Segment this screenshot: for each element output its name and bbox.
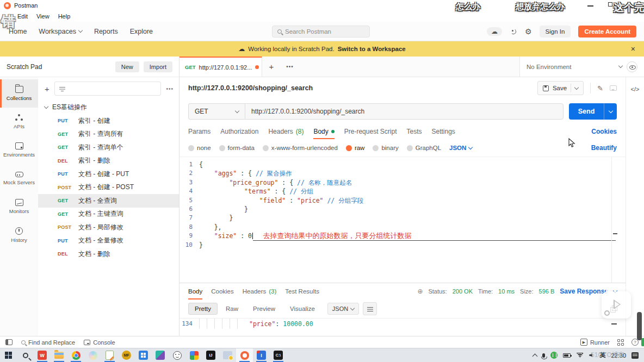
active-request-tab[interactable]: GET http://127.0.0.1:92... [179,57,262,77]
request-item[interactable]: GET索引 - 查询所有 [38,128,179,141]
response-tab-cookies[interactable]: Cookies [211,283,234,299]
console-button[interactable]: Console [84,339,115,346]
send-button[interactable]: Send [569,103,617,120]
antivirus-icon[interactable] [550,352,558,359]
search-input[interactable]: Search Postman [272,26,370,38]
notepad-icon[interactable] [101,348,118,362]
response-tab-body[interactable]: Body [188,283,202,299]
sidebar-item-history[interactable]: History [0,221,38,249]
taskbar-search-icon[interactable] [17,348,34,362]
request-item[interactable]: POST文档 - 局部修改 [38,221,179,234]
notification-center-icon[interactable] [631,352,639,359]
editor-line[interactable]: 1{ [179,160,626,169]
request-item[interactable]: GET文档 - 全查询 [38,194,179,208]
cloud-sync-icon[interactable]: ☁ [487,27,502,36]
bodytype-x-www-form-urlencoded[interactable]: x-www-form-urlencoded [263,145,338,151]
tab-authorization[interactable]: Authorization [220,124,258,139]
battery-icon[interactable] [563,353,571,358]
code-snippet-icon[interactable]: </> [631,86,640,336]
editor-line[interactable]: 4 "terms" : { // 分组 [179,187,626,196]
request-item[interactable]: DEL文档 - 删除 [38,247,179,261]
editor-line[interactable]: 8 }, [179,223,626,232]
import-button[interactable]: Import [144,61,172,72]
tab-params[interactable]: Params [188,124,210,139]
microphone-icon[interactable] [542,353,545,358]
environment-eye-icon[interactable] [627,61,637,72]
environment-selector[interactable]: No Environment [519,57,644,77]
url-input[interactable]: http://127.0.0.1:9200/shopping/_search [245,103,564,120]
view-tab-pretty[interactable]: Pretty [188,303,218,315]
nav-workspaces[interactable]: Workspaces [39,28,82,35]
word-blue-app-icon[interactable]: I [253,348,270,362]
editor-line[interactable]: 2 "aggs" : { // 聚合操作 [179,169,626,178]
page-scrollbar-thumb[interactable] [637,312,642,340]
sidebar-item-monitors[interactable]: Monitors [0,192,38,221]
start-icon[interactable] [0,348,17,362]
intellij-idea-icon[interactable]: IJ [202,348,219,362]
new-tab-button[interactable]: + [262,57,281,77]
sidebar-item-apis[interactable]: APIs [0,108,38,136]
request-body-editor[interactable]: 1{2 "aggs" : { // 聚合操作3 "price_group" : … [179,157,626,283]
request-item[interactable]: PUT文档 - 创建 - PUT [38,167,179,181]
sign-in-button[interactable]: Sign In [540,26,571,38]
photos-icon[interactable] [152,348,169,362]
response-tab-headers[interactable]: Headers(3) [243,283,277,299]
mf-app-icon[interactable]: MF [118,348,135,362]
bodytype-form-data[interactable]: form-data [219,145,255,151]
save-response-link[interactable]: Save Response [560,288,608,295]
new-button[interactable]: New [115,61,139,72]
fold-marker[interactable] [611,323,617,324]
wps-icon[interactable]: W [34,348,51,362]
tab-headers[interactable]: Headers(8) [268,124,304,139]
save-button[interactable]: Save [537,81,584,95]
create-account-button[interactable]: Create Account [578,26,636,38]
switch-workspace-link[interactable]: Switch to a Workspace [338,46,406,52]
request-item[interactable]: PUT索引 - 创建 [38,114,179,128]
editor-line[interactable]: 9 "size" : 0去掉查询结果中的原始数据，只要分组统计数据 [179,232,626,240]
smiley-app-icon[interactable] [169,348,185,362]
request-item[interactable]: DEL索引 - 删除 [38,154,179,168]
tab-tests[interactable]: Tests [406,124,422,139]
runner-button[interactable]: ▶Runner [580,339,610,346]
editor-scrollbar[interactable] [611,157,618,283]
restore-button[interactable] [608,2,612,7]
editor-line[interactable]: 7 } [179,214,626,222]
find-and-replace[interactable]: Find and Replace [21,339,75,346]
floating-player-widget[interactable] [602,291,631,319]
editor-line[interactable]: 6 } [179,205,626,214]
colorful-app-icon[interactable] [185,348,202,362]
menu-help[interactable]: Help [58,13,71,20]
cookies-link[interactable]: Cookies [591,128,617,135]
sidebar-item-mock-servers[interactable]: Mock Servers [0,164,38,192]
bodytype-raw[interactable]: raw [346,145,365,151]
sidebar-item-collections[interactable]: Collections [0,79,38,108]
nav-reports[interactable]: Reports [94,28,118,35]
view-tab-raw[interactable]: Raw [219,303,245,315]
grid-icon[interactable] [617,339,624,346]
send-options-dropdown[interactable] [604,103,617,120]
file-explorer-icon[interactable] [51,348,67,362]
sidebar-item-environments[interactable]: Environments [0,136,38,164]
badge-app-icon[interactable] [219,348,236,362]
banner-close-icon[interactable]: × [631,45,635,53]
chrome-icon[interactable] [67,348,84,362]
cmd-icon[interactable]: C:\ [270,348,287,362]
request-item[interactable]: PUT文档 - 全量修改 [38,234,179,248]
method-select[interactable]: GET [188,103,245,120]
request-item[interactable]: POST文档 - 创建 - POST [38,181,179,195]
beautify-link[interactable]: Beautify [591,144,617,152]
response-language-select[interactable]: JSON [327,303,359,315]
view-tab-preview[interactable]: Preview [246,303,282,315]
editor-line[interactable]: 3 "price_group" : { // 名称，随意起名 [179,178,626,187]
tab-options-icon[interactable]: ••• [281,57,299,77]
nav-explore[interactable]: Explore [130,28,153,35]
body-language-select[interactable]: JSON [449,145,472,151]
add-collection-icon[interactable]: + [45,85,49,93]
menu-view[interactable]: View [36,13,49,20]
wrap-lines-button[interactable] [363,302,377,315]
filter-input[interactable] [54,82,162,96]
tab-pre-request-script[interactable]: Pre-request Script [344,124,397,139]
comment-icon[interactable] [610,85,617,91]
editor-line[interactable]: 5 "field" : "price" // 分组字段 [179,196,626,205]
menu-edit[interactable]: Edit [17,13,28,20]
